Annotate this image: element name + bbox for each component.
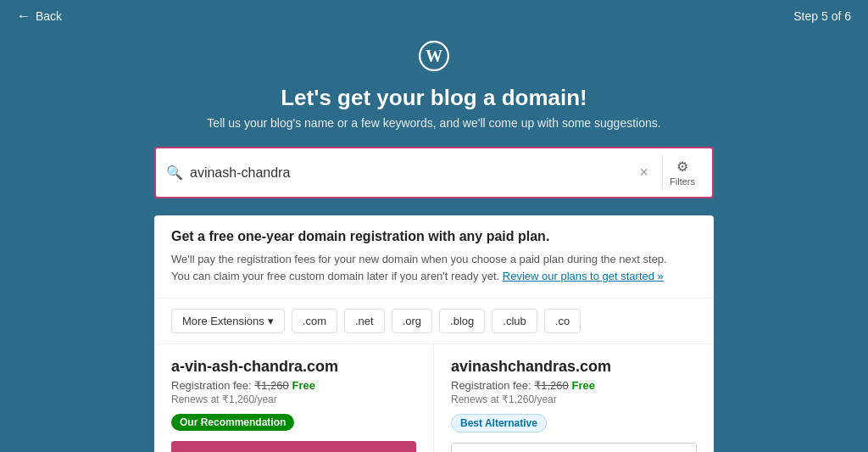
main-content: Get a free one-year domain registration … bbox=[137, 215, 731, 452]
back-label: Back bbox=[36, 9, 62, 23]
results-box: a-vin-ash-chandra.com Registration fee: … bbox=[154, 344, 714, 452]
filters-label: Filters bbox=[670, 176, 695, 187]
more-extensions-button[interactable]: More Extensions ▾ bbox=[171, 309, 285, 333]
select-button-1[interactable]: Select bbox=[171, 441, 416, 452]
ext-blog-button[interactable]: .blog bbox=[439, 309, 485, 333]
fee-free-2: Free bbox=[571, 379, 594, 392]
search-container: 🔍 × ⚙ Filters bbox=[137, 147, 731, 198]
back-button[interactable]: ← Back bbox=[17, 8, 62, 24]
promo-box: Get a free one-year domain registration … bbox=[154, 215, 714, 299]
step-indicator: Step 5 of 6 bbox=[793, 9, 851, 23]
ext-org-button[interactable]: .org bbox=[392, 309, 432, 333]
ext-club-button[interactable]: .club bbox=[492, 309, 537, 333]
alternative-badge: Best Alternative bbox=[451, 414, 547, 432]
search-icon: 🔍 bbox=[166, 165, 183, 181]
ext-co-button[interactable]: .co bbox=[544, 309, 581, 333]
search-bar: 🔍 × ⚙ Filters bbox=[154, 147, 714, 198]
search-input[interactable] bbox=[190, 165, 630, 181]
domain-renew-1: Renews at ₹1,260/year bbox=[171, 393, 416, 405]
back-arrow-icon: ← bbox=[17, 8, 31, 24]
fee-struck-1: ₹1,260 bbox=[254, 379, 289, 392]
promo-line2: You can claim your free custom domain la… bbox=[171, 268, 697, 285]
ext-net-button[interactable]: .net bbox=[344, 309, 385, 333]
svg-text:W: W bbox=[426, 47, 442, 65]
page-title: Let's get your blog a domain! bbox=[17, 85, 851, 111]
domain-fee-1: Registration fee: ₹1,260 Free bbox=[171, 379, 416, 392]
domain-card-2: avinashchandras.com Registration fee: ₹1… bbox=[434, 344, 714, 452]
domain-card-1: a-vin-ash-chandra.com Registration fee: … bbox=[154, 344, 434, 452]
fee-struck-2: ₹1,260 bbox=[534, 379, 569, 392]
fee-free-1: Free bbox=[292, 379, 314, 392]
domain-renew-2: Renews at ₹1,260/year bbox=[451, 393, 697, 405]
promo-line1: We'll pay the registration fees for your… bbox=[171, 251, 697, 268]
chevron-down-icon: ▾ bbox=[268, 315, 274, 327]
extensions-bar: More Extensions ▾ .com .net .org .blog .… bbox=[154, 299, 714, 344]
select-button-2[interactable]: Select bbox=[451, 443, 697, 452]
filters-icon: ⚙ bbox=[676, 159, 688, 175]
clear-button[interactable]: × bbox=[637, 164, 653, 181]
featured-domain-grid: a-vin-ash-chandra.com Registration fee: … bbox=[154, 344, 714, 452]
page-header: W Let's get your blog a domain! Tell us … bbox=[0, 32, 868, 147]
promo-title: Get a free one-year domain registration … bbox=[171, 229, 697, 244]
top-bar: ← Back Step 5 of 6 bbox=[0, 0, 868, 32]
filters-button[interactable]: ⚙ Filters bbox=[662, 155, 702, 190]
wordpress-logo: W bbox=[17, 41, 851, 78]
domain-fee-2: Registration fee: ₹1,260 Free bbox=[451, 379, 697, 392]
domain-name-2: avinashchandras.com bbox=[451, 358, 697, 376]
ext-com-button[interactable]: .com bbox=[292, 309, 337, 333]
domain-name-1: a-vin-ash-chandra.com bbox=[171, 358, 416, 376]
promo-link[interactable]: Review our plans to get started » bbox=[503, 270, 664, 282]
recommendation-badge: Our Recommendation bbox=[171, 414, 294, 431]
page-subtitle: Tell us your blog's name or a few keywor… bbox=[17, 116, 851, 130]
